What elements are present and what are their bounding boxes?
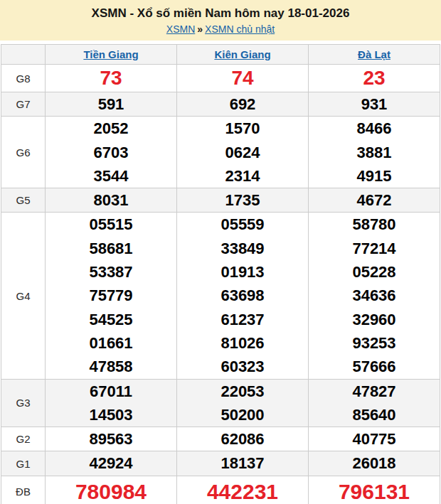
prize-number: 33849 (177, 237, 308, 260)
prize-number: 75779 (46, 284, 176, 307)
prize-cell: 846638814915 (309, 117, 440, 188)
prize-number: 796131 (309, 476, 440, 504)
prize-number: 931 (309, 92, 440, 116)
prize-cell: 42924 (46, 451, 177, 476)
prize-number: 34636 (309, 284, 440, 307)
prize-label-db: ĐB (1, 476, 46, 504)
lottery-results-table: Tiền Giang Kiên Giang Đà Lạt G8737423G75… (1, 44, 440, 504)
prize-label-g5: G5 (1, 188, 46, 213)
breadcrumb-link-xsmn-sunday[interactable]: XSMN chủ nhật (205, 23, 275, 35)
prize-number: 26018 (309, 451, 440, 475)
prize-label-g6: G6 (1, 117, 46, 188)
prize-number: 81026 (177, 331, 308, 355)
prize-number: 85640 (309, 403, 440, 427)
prize-cell: 591 (46, 92, 177, 117)
table-row-g1: G1429241813726018 (1, 451, 440, 476)
column-header-kien-giang: Kiên Giang (177, 45, 309, 65)
prize-number: 60323 (177, 355, 308, 378)
prize-cell: 23 (309, 65, 440, 92)
prize-number: 42924 (46, 451, 176, 475)
prize-number: 58780 (309, 213, 440, 236)
prize-label-g7: G7 (1, 92, 46, 117)
prize-cell: 4782785640 (309, 379, 440, 427)
table-header-row: Tiền Giang Kiên Giang Đà Lạt (1, 45, 440, 65)
page-title: XSMN - Xổ số miền Nam hôm nay 18-01-2026 (0, 6, 441, 21)
prize-number: 0624 (177, 141, 308, 164)
prize-cell: 205267033544 (46, 117, 177, 188)
prize-cell: 780984 (46, 476, 177, 504)
prize-cell: 89563 (46, 427, 177, 451)
prize-cell: 442231 (177, 476, 309, 504)
table-row-g5: G5803117354672 (1, 188, 440, 213)
prize-number: 1735 (177, 188, 308, 212)
table-row-g7: G7591692931 (1, 92, 440, 117)
prize-number: 692 (177, 92, 308, 116)
prize-number: 780984 (46, 476, 176, 504)
prize-cell: 6701114503 (46, 379, 177, 427)
prize-number: 8031 (46, 188, 176, 212)
prize-cell: 2205350200 (177, 379, 309, 427)
prize-number: 77214 (309, 237, 440, 260)
prize-number: 18137 (177, 451, 308, 475)
breadcrumb-separator: » (195, 23, 205, 35)
prize-label-g2: G2 (1, 427, 46, 451)
page-header: XSMN - Xổ số miền Nam hôm nay 18-01-2026… (0, 0, 441, 41)
prize-cell: 157006242314 (177, 117, 309, 188)
prize-cell: 692 (177, 92, 309, 117)
prize-label-g8: G8 (1, 65, 46, 92)
prize-number: 73 (46, 65, 176, 92)
prize-number: 01661 (46, 331, 176, 355)
table-row-g2: G2895636208640775 (1, 427, 440, 451)
prize-number: 32960 (309, 308, 440, 331)
table-row-db: ĐB780984442231796131 (1, 476, 440, 504)
prize-number: 58681 (46, 237, 176, 260)
prize-number: 23 (309, 65, 440, 92)
prize-number: 1570 (177, 117, 308, 140)
prize-number: 2314 (177, 164, 308, 188)
prize-number: 05515 (46, 213, 176, 236)
prize-cell: 05515586815338775779545250166147858 (46, 213, 177, 379)
prize-number: 62086 (177, 427, 308, 451)
prize-number: 50200 (177, 403, 308, 427)
prize-number: 57666 (309, 355, 440, 378)
prize-number: 4915 (309, 164, 440, 188)
prize-label-g4: G4 (1, 213, 46, 379)
prize-cell: 74 (177, 65, 309, 92)
prize-number: 61237 (177, 308, 308, 331)
prize-cell: 26018 (309, 451, 440, 476)
prize-cell: 796131 (309, 476, 440, 504)
prize-cell: 8031 (46, 188, 177, 213)
table-row-g4: G405515586815338775779545250166147858055… (1, 213, 440, 379)
prize-number: 14503 (46, 403, 176, 427)
table-row-g3: G3670111450322053502004782785640 (1, 379, 440, 427)
prize-cell: 18137 (177, 451, 309, 476)
breadcrumb-link-xsmn[interactable]: XSMN (166, 23, 195, 35)
prize-label-g3: G3 (1, 379, 46, 427)
prize-number: 63698 (177, 284, 308, 307)
prize-number: 8466 (309, 117, 440, 140)
province-link-da-lat[interactable]: Đà Lạt (358, 48, 390, 60)
prize-cell: 40775 (309, 427, 440, 451)
province-link-tien-giang[interactable]: Tiền Giang (83, 48, 138, 60)
prize-cell: 931 (309, 92, 440, 117)
prize-number: 442231 (177, 476, 308, 504)
prize-number: 05228 (309, 260, 440, 284)
prize-number: 40775 (309, 427, 440, 451)
table-row-g6: G6205267033544157006242314846638814915 (1, 117, 440, 188)
prize-label-g1: G1 (1, 451, 46, 476)
province-link-kien-giang[interactable]: Kiên Giang (214, 48, 270, 60)
prize-cell: 1735 (177, 188, 309, 213)
prize-number: 4672 (309, 188, 440, 212)
results-body: G8737423G7591692931G62052670335441570062… (1, 65, 440, 504)
prize-number: 22053 (177, 380, 308, 403)
prize-number: 53387 (46, 260, 176, 284)
prize-cell: 58780772140522834636329609325357666 (309, 213, 440, 379)
prize-number: 54525 (46, 308, 176, 331)
prize-cell: 73 (46, 65, 177, 92)
prize-number: 2052 (46, 117, 176, 140)
prize-number: 67011 (46, 380, 176, 403)
prize-number: 6703 (46, 141, 176, 164)
prize-number: 74 (177, 65, 308, 92)
prize-cell: 4672 (309, 188, 440, 213)
column-header-da-lat: Đà Lạt (309, 45, 440, 65)
